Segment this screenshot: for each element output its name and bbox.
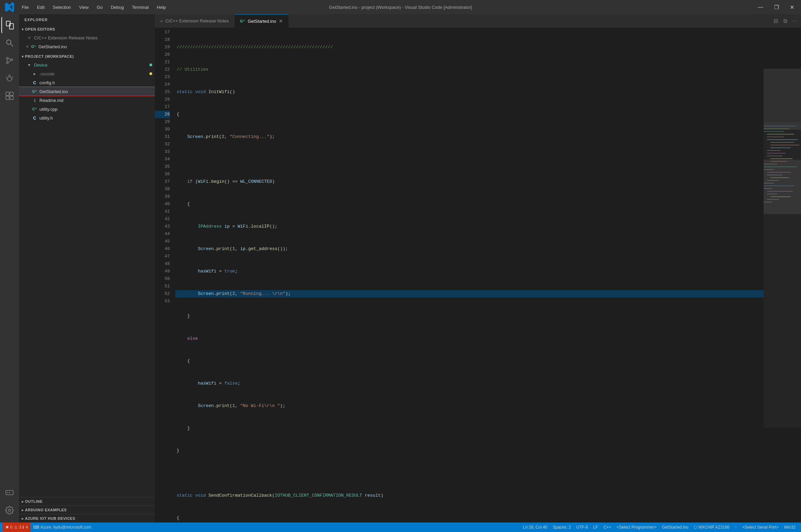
config-h-item[interactable]: C config.h <box>19 78 155 87</box>
minimap[interactable] <box>764 28 801 522</box>
open-editors-section[interactable]: ▾ OPEN EDITORS <box>19 25 155 33</box>
menu-terminal[interactable]: Terminal <box>128 3 152 11</box>
select-serial-port-label: <Select Serial Port> <box>742 525 779 530</box>
explorer-activity-item[interactable] <box>1 17 18 33</box>
menu-view[interactable]: View <box>76 3 92 11</box>
svg-rect-17 <box>6 96 9 100</box>
status-spaces[interactable]: Spaces: 2 <box>550 522 573 532</box>
svg-rect-34 <box>767 153 786 154</box>
svg-point-10 <box>7 77 12 81</box>
utility-h-item[interactable]: C utility.h <box>19 113 155 122</box>
status-upload-icon[interactable]: ↑ <box>732 522 740 532</box>
azure-iot-hub-devices-title[interactable]: ▸ AZURE IOT HUB DEVICES <box>19 514 155 522</box>
outline-title[interactable]: ▸ OUTLINE <box>19 497 155 506</box>
menu-help[interactable]: Help <box>154 3 170 11</box>
minimize-button[interactable]: — <box>755 3 766 12</box>
azure-iot-hub-devices-label: AZURE IOT HUB DEVICES <box>25 516 75 520</box>
os-label: Win32 <box>784 525 796 530</box>
getstarted-ino-open-icon: G⁺ <box>30 43 37 50</box>
settings-activity-item[interactable] <box>1 502 18 518</box>
svg-rect-36 <box>770 158 793 159</box>
vscode-folder-arrow: ▸ <box>31 70 38 77</box>
project-section[interactable]: ▾ PROJECT (WORKSPACE) <box>19 52 155 60</box>
status-position[interactable]: Ln 28, Col 40 <box>520 522 550 532</box>
main-area: EXPLORER ▾ OPEN EDITORS ≡ C/C++ Extensio… <box>0 14 801 522</box>
status-os[interactable]: Win32 <box>781 522 798 532</box>
azure-iot-hub-devices-section: ▸ AZURE IOT HUB DEVICES <box>19 514 155 522</box>
remote-activity-item[interactable] <box>1 484 18 501</box>
open-editor-release-notes[interactable]: ≡ C/C++ Extension Release Notes <box>19 33 155 42</box>
readme-md-label: Readme.md <box>39 98 64 103</box>
utility-cpp-icon: C⁺ <box>31 106 38 112</box>
close-button[interactable]: ✕ <box>787 3 797 12</box>
getstarted-ino-item[interactable]: G⁺ GetStarted.ino <box>19 87 155 96</box>
sidebar-header: EXPLORER <box>19 14 155 25</box>
warning-count: 3 <box>19 525 21 530</box>
menu-edit[interactable]: Edit <box>34 3 48 11</box>
open-editors-arrow: ▾ <box>22 28 24 31</box>
minimap-slider[interactable] <box>764 69 801 130</box>
status-encoding[interactable]: UTF-8 <box>574 522 591 532</box>
menu-debug[interactable]: Debug <box>107 3 127 11</box>
open-editor-getstarted[interactable]: ✕ G⁺ GetStarted.ino <box>19 42 155 51</box>
status-board[interactable]: ⬡ MXCHIP AZ3166 <box>691 522 732 532</box>
status-sketch-file[interactable]: GetStarted.ino <box>659 522 691 532</box>
source-control-activity-item[interactable] <box>1 52 18 69</box>
getstarted-tab-close[interactable]: ✕ <box>279 19 283 23</box>
svg-rect-33 <box>767 150 781 151</box>
outline-section: ▸ OUTLINE <box>19 497 155 506</box>
status-left: ✖ 0 ⚠ 3 ℹ 4 ⌨ Azure: liydu@microsoft.com <box>3 522 94 532</box>
status-select-serial-port[interactable]: <Select Serial Port> <box>740 522 781 532</box>
more-actions-btn[interactable]: ··· <box>791 17 798 25</box>
tab-release-notes[interactable]: ≡ C/C++ Extension Release Notes <box>155 14 235 28</box>
debug-icon <box>5 74 14 83</box>
release-notes-icon: ≡ <box>26 34 33 41</box>
status-remote[interactable]: ⌨ Azure: liydu@microsoft.com <box>31 522 94 532</box>
status-select-programmer[interactable]: <Select Programmer> <box>614 522 659 532</box>
svg-point-4 <box>6 57 8 59</box>
status-line-ending[interactable]: LF <box>591 522 601 532</box>
arduino-examples-section: ▸ ARDUINO EXAMPLES <box>19 506 155 514</box>
window-title: GetStarted.ino - project (Workspace) - V… <box>329 5 472 10</box>
window-controls: — ❐ ✕ <box>755 3 797 12</box>
code-content[interactable]: ////////////////////////////////////////… <box>175 28 764 522</box>
close-open-editor-icon[interactable]: ✕ <box>26 45 29 49</box>
search-activity-item[interactable] <box>1 35 18 51</box>
line-ending-label: LF <box>593 525 598 530</box>
status-language[interactable]: C++ <box>601 522 614 532</box>
open-editors-btn[interactable]: ⊟ <box>772 16 779 25</box>
utility-h-label: utility.h <box>39 116 53 121</box>
getstarted-ino-label: GetStarted.ino <box>39 89 68 94</box>
menu-go[interactable]: Go <box>93 3 106 11</box>
project-label: PROJECT (WORKSPACE) <box>25 54 74 58</box>
tab-getstarted[interactable]: G⁺ GetStarted.ino ✕ <box>235 14 289 28</box>
config-h-icon: C <box>31 79 38 86</box>
readme-md-item[interactable]: ℹ Readme.md <box>19 96 155 105</box>
getstarted-tab-icon: G⁺ <box>240 19 245 23</box>
arduino-examples-title[interactable]: ▸ ARDUINO EXAMPLES <box>19 506 155 514</box>
split-editor-btn[interactable]: ⧉ <box>782 17 788 25</box>
svg-point-6 <box>11 59 13 60</box>
device-folder[interactable]: ▾ Device <box>19 60 155 69</box>
extensions-activity-item[interactable] <box>1 88 18 104</box>
explorer-section: ▾ OPEN EDITORS ≡ C/C++ Extension Release… <box>19 25 155 497</box>
vscode-folder[interactable]: ▸ .vscode <box>19 69 155 78</box>
settings-icon <box>5 506 14 515</box>
menu-file[interactable]: File <box>18 3 32 11</box>
encoding-label: UTF-8 <box>576 525 588 530</box>
config-h-label: config.h <box>39 80 55 85</box>
svg-rect-18 <box>10 96 13 100</box>
debug-activity-item[interactable] <box>1 70 18 86</box>
vscode-logo-icon <box>4 2 15 13</box>
status-errors[interactable]: ✖ 0 ⚠ 3 ℹ 4 <box>3 522 31 532</box>
sketch-file-label: GetStarted.ino <box>662 525 688 530</box>
arduino-examples-label: ARDUINO EXAMPLES <box>25 508 67 512</box>
maximize-button[interactable]: ❐ <box>771 3 782 12</box>
svg-rect-27 <box>767 134 794 135</box>
azure-iot-hub-devices-arrow: ▸ <box>22 517 24 520</box>
info-count: 4 <box>25 525 28 530</box>
vscode-folder-label: .vscode <box>39 71 55 76</box>
menu-selection[interactable]: Selection <box>49 3 74 11</box>
utility-cpp-item[interactable]: C⁺ utility.cpp <box>19 105 155 113</box>
remote-icon <box>5 488 14 497</box>
